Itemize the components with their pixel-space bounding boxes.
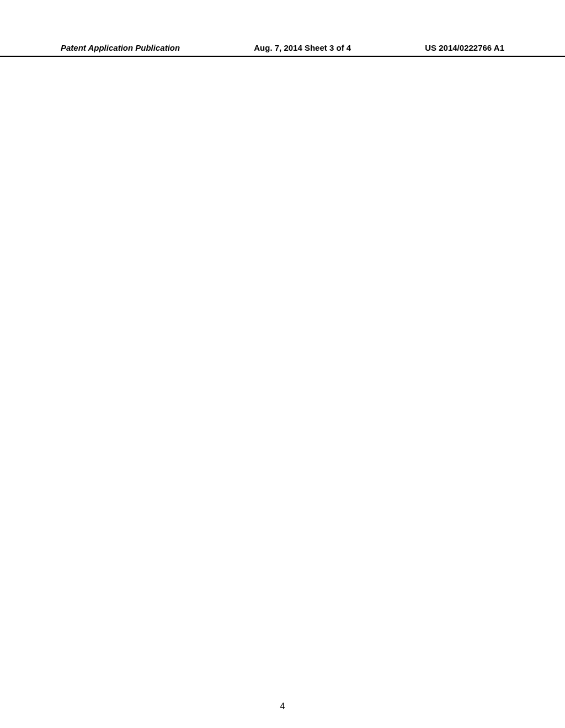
page-number: 4 [280, 702, 285, 711]
header-left-text: Patent Application Publication [61, 43, 180, 52]
header-right-text: US 2014/0222766 A1 [425, 43, 504, 52]
publication-header: Patent Application Publication Aug. 7, 2… [0, 43, 565, 57]
header-mid-text: Aug. 7, 2014 Sheet 3 of 4 [254, 43, 351, 52]
